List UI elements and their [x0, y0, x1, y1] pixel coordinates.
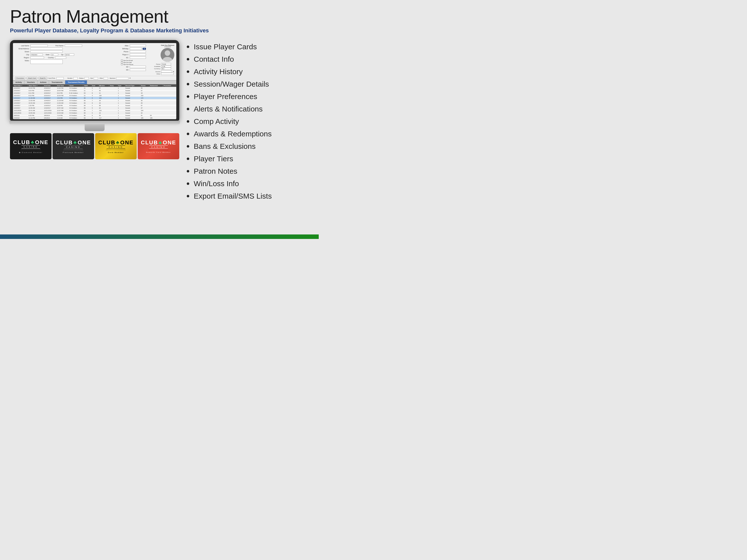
table-cell: 2/23/2017: [13, 89, 28, 92]
table-cell: 1: [117, 117, 125, 119]
gold-logo: CLUB♣ONE CASINO Gold Member: [98, 139, 134, 153]
first-name-label: First Name:: [49, 45, 64, 47]
table-row[interactable]: 12/21/201610:41 AM12/21/201612:37 PM4-8 …: [13, 109, 176, 112]
table-row[interactable]: 3/8/20166:20 PM3/8/20167:14 PM4-8 Holdem…: [13, 114, 176, 117]
alias-input[interactable]: [130, 45, 146, 47]
table-cell: 6:20 PM: [28, 114, 43, 117]
table-cell: 2/4/2016: [13, 117, 28, 119]
city-row: City: FRESNO State: CA Zip: 93722: [15, 54, 119, 56]
col-seat[interactable]: Seat: [91, 84, 98, 87]
col-end-date[interactable]: End Date: [43, 84, 56, 87]
col-start-time[interactable]: Start Time: [28, 84, 43, 87]
opt-out-hall-checkbox[interactable]: [121, 61, 123, 63]
svg-point-1: [165, 50, 170, 56]
table-body: 2/23/201710:04 PM2/23/201711:02 PM4-8 Ho…: [13, 87, 176, 119]
col-game[interactable]: Game: [69, 84, 83, 87]
table-cell: 9:24 PM: [28, 89, 43, 92]
table-row[interactable]: 2/23/20179:11 PM2/23/20179:21 PM8-16 Hol…: [13, 92, 176, 94]
table-cell: 5: [91, 112, 98, 114]
col-table[interactable]: Table: [83, 84, 91, 87]
table-cell: 12/21/2016: [13, 109, 28, 112]
gender-input[interactable]: [73, 77, 78, 79]
table-cell: 1/10/2017: [43, 104, 56, 107]
tab-activity[interactable]: Activity: [13, 80, 24, 84]
birthday-row: Birthday: 16: [121, 48, 148, 50]
table-cell: 5: [91, 87, 98, 89]
zip-input[interactable]: 93722: [65, 54, 74, 56]
id1-input[interactable]: [130, 56, 146, 59]
table-row[interactable]: 2/23/20179:24 PM2/23/201710:04 PM4-8 Hol…: [13, 89, 176, 92]
opt-out-email-checkbox[interactable]: [121, 59, 123, 61]
col-away[interactable]: Away: [109, 84, 117, 87]
phone-row: Phone:: [121, 51, 148, 53]
read-dl-button[interactable]: Read DL: [38, 77, 47, 79]
app-form-section: Last Name: First Name: Email Address:: [13, 43, 176, 76]
birthday-input[interactable]: [130, 48, 142, 50]
sponsor-input[interactable]: [116, 77, 128, 79]
attach-card-button[interactable]: Attach Card: [26, 77, 37, 79]
table-row[interactable]: 1/24/201711:00 AM1/24/201711:18 AM4-8 Ho…: [13, 99, 176, 102]
col-type[interactable]: Type: [117, 84, 125, 87]
opt-input[interactable]: [94, 77, 98, 79]
table-row[interactable]: 1/24/201711:18 AM1/24/20171:01 PM4-8 Hol…: [13, 97, 176, 99]
diamond-member-card: CLUB♣ONE CASINO ◆ Diamond Member: [10, 133, 52, 159]
phone-input[interactable]: [130, 51, 146, 53]
tab-tournament-results[interactable]: Tournament Results: [65, 80, 87, 84]
region-input[interactable]: [30, 56, 44, 59]
table-cell: [149, 92, 162, 94]
table-row[interactable]: 12/21/201610:05 AM12/21/201610:24 AM4-8 …: [13, 112, 176, 114]
table-cell: [109, 104, 117, 107]
street-input[interactable]: [30, 51, 63, 53]
col-points[interactable]: Points: [140, 84, 149, 87]
table-row[interactable]: 1/24/201710:44 AM1/24/201711:00 AM4-8 Ho…: [13, 102, 176, 104]
notes-input[interactable]: [30, 59, 63, 64]
status-input[interactable]: [84, 77, 89, 79]
table-cell: Seated: [125, 109, 140, 112]
page-title: Patron Management: [10, 7, 309, 25]
source-dropdown-icon[interactable]: ▼: [173, 71, 174, 73]
opt-out-email-row: Opt-Out Email: [121, 59, 148, 61]
card-print-input[interactable]: [56, 77, 64, 79]
table-cell: 195: [140, 117, 149, 119]
tab-tournaments[interactable]: Tournaments: [49, 80, 65, 84]
player-num-input[interactable]: [130, 54, 146, 56]
table-cell: [149, 87, 162, 89]
role-input[interactable]: [104, 77, 108, 79]
table-row[interactable]: 1/10/201710:35 AM1/10/201710:57 AM4-8 Ho…: [13, 107, 176, 109]
tab-actions[interactable]: Actions: [37, 80, 49, 84]
table-cell: 1/10/2017: [13, 104, 28, 107]
table-cell: 1: [117, 102, 125, 104]
col-end-time[interactable]: End Time: [56, 84, 69, 87]
col-record-type[interactable]: Record Type: [125, 84, 140, 87]
table-cell: [109, 87, 117, 89]
table-row[interactable]: 2/22/20178:15 PM2/22/201710:34 PM4-8 Hol…: [13, 94, 176, 97]
promotions-button[interactable]: Promotions: [15, 77, 25, 79]
form-center: Alias: Birthday: 16 Ph: [121, 45, 148, 75]
opt-out-phone-checkbox[interactable]: [121, 63, 123, 65]
country-label: Country:: [45, 57, 54, 58]
sponsor-dropdown-icon[interactable]: ▼: [129, 77, 131, 79]
email-input[interactable]: [30, 48, 63, 50]
table-cell: 7: [91, 109, 98, 112]
table-cell: 4-8 Holdem: [69, 102, 83, 104]
country-input[interactable]: [55, 56, 66, 59]
col-promotion[interactable]: Promotion: [163, 84, 176, 87]
table-cell: 4: [91, 94, 98, 97]
first-name-input[interactable]: [65, 45, 82, 47]
state-input[interactable]: CA: [51, 54, 58, 56]
table-cell: 1/10/2017: [43, 107, 56, 109]
id2-input[interactable]: [130, 66, 146, 68]
id3-input[interactable]: [130, 69, 146, 71]
col-start-date[interactable]: Start Date: [13, 84, 28, 87]
tab-vouchers[interactable]: Vouchers: [24, 80, 37, 84]
table-row[interactable]: 2/23/201710:04 PM2/23/201711:02 PM4-8 Ho…: [13, 87, 176, 89]
table-row[interactable]: 1/10/20171:20 PM1/10/20172:18 PM4-8 Hold…: [13, 104, 176, 107]
col-minutes[interactable]: Minutes: [98, 84, 109, 87]
col-redeemed[interactable]: Redeemed: [149, 84, 162, 87]
last-name-input[interactable]: [30, 45, 48, 47]
table-row[interactable]: 2/4/201611:16 PM2/5/20161:13 AM4-8 Holde…: [13, 117, 176, 119]
card-print-label: Card Print:: [48, 77, 55, 79]
last-name-row: Last Name: First Name:: [15, 45, 119, 47]
id2-row: Id2:: [121, 66, 148, 68]
city-input[interactable]: FRESNO: [30, 54, 43, 56]
